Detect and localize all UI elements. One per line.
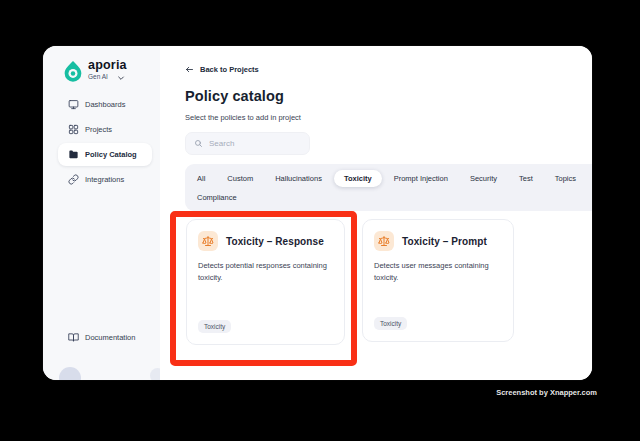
book-icon [68, 332, 79, 343]
scales-icon [198, 231, 218, 251]
tab-compliance[interactable]: Compliance [197, 193, 237, 202]
projects-icon [68, 124, 79, 135]
user-avatar[interactable] [59, 367, 81, 380]
tab-row-1: All Custom Hallucinations Toxicity Promp… [197, 170, 582, 186]
card-description: Detects user messages containing toxicit… [374, 260, 502, 283]
sidebar-item-label: Dashboards [85, 100, 125, 109]
sidebar-item-integrations[interactable]: Integrations [43, 167, 160, 192]
tab-custom[interactable]: Custom [227, 174, 253, 183]
back-to-projects-link[interactable]: Back to Projects [185, 65, 259, 74]
tab-toxicity[interactable]: Toxicity [334, 170, 382, 187]
card-description: Detects potential responses containing t… [198, 260, 333, 283]
tab-row-2: Compliance [197, 189, 582, 205]
policy-card-toxicity-response[interactable]: Toxicity – Response Detects potential re… [186, 219, 345, 345]
scales-icon [374, 231, 394, 251]
sidebar-nav: Dashboards Projects Policy Catalog [43, 92, 160, 192]
sidebar-item-label: Policy Catalog [85, 150, 137, 159]
search-icon [194, 139, 203, 148]
card-tag: Toxicity [198, 320, 231, 333]
card-tag: Toxicity [374, 317, 407, 330]
sidebar: aporia Gen AI Dashboards [43, 46, 160, 380]
back-arrow-icon [185, 65, 195, 74]
tab-hallucinations[interactable]: Hallucinations [275, 174, 322, 183]
policy-card-toxicity-prompt[interactable]: Toxicity – Prompt Detects user messages … [362, 219, 514, 342]
tab-topics[interactable]: Topics [555, 174, 576, 183]
aporia-logo-icon [63, 60, 83, 83]
chevron-down-icon[interactable] [116, 74, 126, 82]
app-window: aporia Gen AI Dashboards [43, 46, 592, 380]
sidebar-item-label: Projects [85, 125, 112, 134]
filter-tabs: All Custom Hallucinations Toxicity Promp… [185, 164, 592, 211]
page-subtitle: Select the policies to add in project [185, 113, 301, 122]
link-icon [68, 174, 79, 185]
folder-icon [68, 149, 79, 160]
tab-all[interactable]: All [197, 174, 205, 183]
sidebar-item-label: Documentation [85, 333, 135, 342]
search-box[interactable] [185, 132, 310, 155]
tab-prompt-injection[interactable]: Prompt Injection [394, 174, 448, 183]
brand-name: aporia [88, 58, 127, 72]
card-title: Toxicity – Prompt [402, 236, 487, 247]
watermark-text: Screenshot by Xnapper.com [496, 388, 597, 397]
card-title: Toxicity – Response [226, 236, 324, 247]
sidebar-item-label: Integrations [85, 175, 124, 184]
sidebar-item-policy-catalog[interactable]: Policy Catalog [58, 143, 152, 166]
sidebar-item-documentation[interactable]: Documentation [68, 331, 135, 343]
page-title: Policy catalog [185, 88, 284, 104]
tab-test[interactable]: Test [519, 174, 533, 183]
dashboards-icon [68, 99, 79, 110]
sidebar-item-projects[interactable]: Projects [43, 117, 160, 142]
search-input[interactable] [209, 139, 299, 148]
main-content: Back to Projects Policy catalog Select t… [160, 46, 592, 380]
back-label: Back to Projects [200, 65, 259, 74]
sidebar-item-dashboards[interactable]: Dashboards [43, 92, 160, 117]
tab-security[interactable]: Security [470, 174, 497, 183]
